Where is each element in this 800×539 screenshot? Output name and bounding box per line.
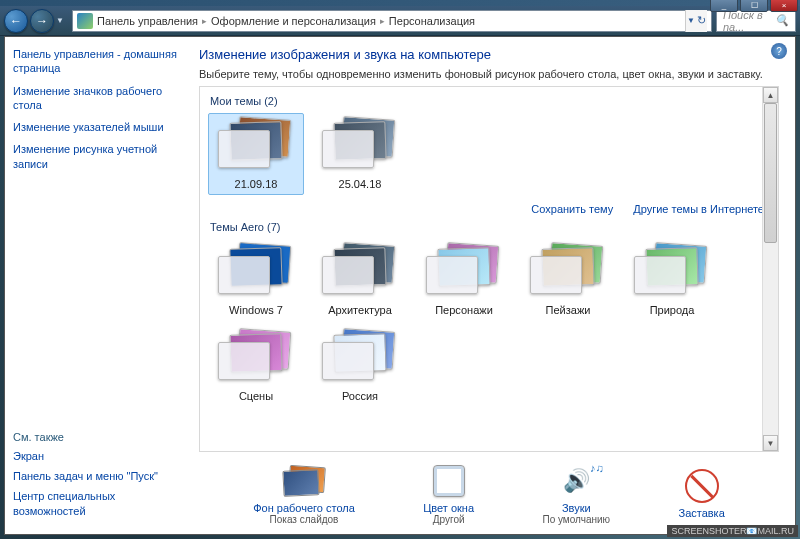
- screensaver-label: Заставка: [678, 507, 724, 519]
- scroll-up-button[interactable]: ▲: [763, 87, 778, 103]
- sounds-value: По умолчанию: [542, 514, 610, 525]
- section-aero-label: Темы Aero (7): [210, 221, 770, 233]
- theme-label: Windows 7: [229, 304, 283, 316]
- content-area: ? Изменение изображения и звука на компь…: [187, 37, 795, 534]
- bottom-strip: Фон рабочего стола Показ слайдов Цвет ок…: [199, 452, 779, 530]
- breadcrumb-item[interactable]: Панель управления: [97, 15, 198, 27]
- theme-item[interactable]: Сцены: [208, 325, 304, 407]
- sidebar-link-account-picture[interactable]: Изменение рисунка учетной записи: [13, 142, 179, 171]
- theme-label: Природа: [650, 304, 695, 316]
- theme-thumbnail: [320, 330, 400, 386]
- minimize-button[interactable]: _: [710, 0, 738, 12]
- screensaver-button[interactable]: Заставка: [678, 467, 724, 519]
- control-panel-icon: [77, 13, 93, 29]
- scrollbar[interactable]: ▲ ▼: [762, 87, 778, 451]
- theme-label: Персонажи: [435, 304, 493, 316]
- page-title: Изменение изображения и звука на компьют…: [199, 47, 779, 62]
- maximize-button[interactable]: ☐: [740, 0, 768, 12]
- theme-thumbnail: [216, 118, 296, 174]
- theme-thumbnail: [632, 244, 712, 300]
- nav-row: ← → ▼ Панель управления ▸ Оформление и п…: [0, 6, 800, 36]
- refresh-button[interactable]: ▼ ↻: [685, 10, 707, 32]
- titlebar: _ ☐ ×: [0, 0, 800, 6]
- dropdown-icon: ▼: [687, 16, 695, 25]
- nav-history-dropdown[interactable]: ▼: [56, 9, 68, 33]
- help-icon[interactable]: ?: [771, 43, 787, 59]
- close-button[interactable]: ×: [770, 0, 798, 12]
- theme-item[interactable]: Архитектура: [312, 239, 408, 321]
- theme-item[interactable]: Пейзажи: [520, 239, 616, 321]
- desktop-background-value: Показ слайдов: [270, 514, 339, 525]
- window-color-label: Цвет окна: [423, 502, 474, 514]
- window-color-button[interactable]: Цвет окна Другой: [423, 462, 474, 525]
- main-panel: Панель управления - домашняя страница Из…: [4, 36, 796, 535]
- window-color-value: Другой: [433, 514, 465, 525]
- scroll-down-button[interactable]: ▼: [763, 435, 778, 451]
- section-my-themes-label: Мои темы (2): [210, 95, 770, 107]
- nav-forward-button[interactable]: →: [30, 9, 54, 33]
- refresh-icon: ↻: [697, 14, 706, 27]
- breadcrumb-item[interactable]: Оформление и персонализация: [211, 15, 376, 27]
- breadcrumb-sep-icon: ▸: [380, 16, 385, 26]
- theme-label: 25.04.18: [339, 178, 382, 190]
- theme-item[interactable]: Windows 7: [208, 239, 304, 321]
- search-placeholder: Поиск в па...: [723, 9, 775, 33]
- sidebar-link-mouse-pointers[interactable]: Изменение указателей мыши: [13, 120, 179, 134]
- sounds-button[interactable]: 🔊 Звуки По умолчанию: [542, 462, 610, 525]
- theme-action-links: Сохранить тему Другие темы в Интернете: [208, 203, 764, 215]
- more-themes-link[interactable]: Другие темы в Интернете: [633, 203, 764, 215]
- theme-item[interactable]: Персонажи: [416, 239, 512, 321]
- scroll-thumb[interactable]: [764, 103, 777, 243]
- desktop-background-label: Фон рабочего стола: [253, 502, 355, 514]
- sounds-label: Звуки: [562, 502, 591, 514]
- page-subtitle: Выберите тему, чтобы одновременно измени…: [199, 68, 779, 80]
- theme-label: 21.09.18: [235, 178, 278, 190]
- breadcrumb-sep-icon: ▸: [202, 16, 207, 26]
- themes-list: Мои темы (2) 21.09.1825.04.18 Сохранить …: [199, 86, 779, 452]
- my-themes-row: 21.09.1825.04.18: [208, 113, 770, 195]
- theme-item[interactable]: 25.04.18: [312, 113, 408, 195]
- theme-label: Сцены: [239, 390, 273, 402]
- sidebar-link-desktop-icons[interactable]: Изменение значков рабочего стола: [13, 84, 179, 113]
- screensaver-icon: [685, 469, 719, 503]
- save-theme-link[interactable]: Сохранить тему: [531, 203, 613, 215]
- see-also-display[interactable]: Экран: [13, 449, 179, 463]
- see-also-taskbar[interactable]: Панель задач и меню "Пуск": [13, 469, 179, 483]
- theme-thumbnail: [528, 244, 608, 300]
- window-color-icon: [433, 465, 465, 497]
- desktop-background-icon: [281, 464, 327, 498]
- search-input[interactable]: Поиск в па... 🔍: [716, 10, 796, 32]
- theme-thumbnail: [216, 330, 296, 386]
- sounds-icon: 🔊: [563, 468, 590, 494]
- address-bar[interactable]: Панель управления ▸ Оформление и персона…: [72, 10, 712, 32]
- theme-label: Архитектура: [328, 304, 392, 316]
- theme-item[interactable]: 21.09.18: [208, 113, 304, 195]
- breadcrumb-item[interactable]: Персонализация: [389, 15, 475, 27]
- watermark: SCREENSHOTER📧MAIL.RU: [667, 525, 798, 537]
- search-icon: 🔍: [775, 14, 789, 27]
- theme-label: Россия: [342, 390, 378, 402]
- window-controls: _ ☐ ×: [710, 0, 798, 12]
- see-also-accessibility[interactable]: Центр специальных возможностей: [13, 489, 179, 518]
- theme-label: Пейзажи: [546, 304, 591, 316]
- theme-item[interactable]: Природа: [624, 239, 720, 321]
- see-also-header: См. также: [13, 431, 179, 443]
- nav-back-button[interactable]: ←: [4, 9, 28, 33]
- theme-thumbnail: [320, 118, 400, 174]
- theme-thumbnail: [424, 244, 504, 300]
- theme-item[interactable]: Россия: [312, 325, 408, 407]
- theme-thumbnail: [320, 244, 400, 300]
- sidebar-link-home[interactable]: Панель управления - домашняя страница: [13, 47, 179, 76]
- desktop-background-button[interactable]: Фон рабочего стола Показ слайдов: [253, 462, 355, 525]
- theme-thumbnail: [216, 244, 296, 300]
- sidebar: Панель управления - домашняя страница Из…: [5, 37, 187, 534]
- aero-themes-row: Windows 7АрхитектураПерсонажиПейзажиПрир…: [208, 239, 770, 407]
